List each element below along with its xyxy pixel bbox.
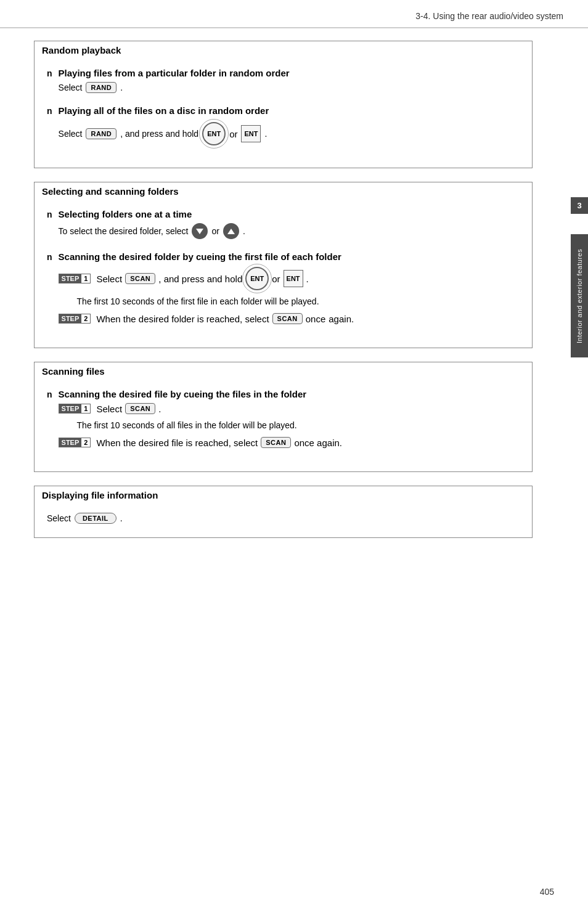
bullet-select-one-content: Selecting folders one at a time To selec… bbox=[59, 209, 520, 243]
scan-button-1[interactable]: SCAN bbox=[125, 273, 155, 284]
step2-when-text: When the desired folder is reached, sele… bbox=[96, 314, 269, 324]
section-scanning-files-content: n Scanning the desired file by cueing th… bbox=[35, 380, 532, 471]
ent-circle-1[interactable]: ENT bbox=[202, 122, 226, 145]
step-badge-sf1: STEP 1 bbox=[59, 404, 91, 414]
nav-up-button[interactable] bbox=[223, 223, 239, 239]
rand-button-1[interactable]: RAND bbox=[86, 82, 116, 93]
section-displaying-info-title: Displaying file information bbox=[35, 486, 532, 504]
step-num-sf2: 2 bbox=[81, 438, 90, 447]
page-container: 3-4. Using the rear audio/video system 3… bbox=[0, 0, 588, 909]
step-badge-sf2: STEP 2 bbox=[59, 438, 91, 447]
sidebar-tab: Interior and exterior features bbox=[571, 234, 588, 357]
section-selecting-scanning-title: Selecting and scanning folders bbox=[35, 182, 532, 200]
scan-files-note1: The first 10 seconds of all files in the… bbox=[77, 419, 520, 432]
step-label-1: STEP bbox=[59, 274, 82, 283]
section-scanning-files: Scanning files n Scanning the desired fi… bbox=[34, 362, 533, 472]
bullet-random-disc-title: Playing all of the files on a disc in ra… bbox=[59, 105, 520, 116]
period-sf1: . bbox=[158, 404, 161, 414]
section-displaying-info-content: Select DETAIL . bbox=[35, 504, 532, 537]
bullet-random-folder-title: Playing files from a particular folder i… bbox=[59, 68, 520, 78]
sf-step1-select: Select bbox=[96, 404, 122, 414]
step-num-2: 2 bbox=[81, 314, 90, 323]
period-4: . bbox=[306, 274, 309, 284]
desired-folder-text: To select the desired folder, select bbox=[59, 226, 189, 236]
sf-step2-once-again: once again. bbox=[294, 438, 342, 448]
step-num-sf1: 1 bbox=[81, 404, 90, 413]
ent-circle-label-1: ENT bbox=[207, 130, 221, 137]
chevron-up-icon bbox=[227, 229, 235, 234]
bullet-marker-5: n bbox=[47, 389, 52, 399]
step-label-sf1: STEP bbox=[59, 404, 82, 413]
step1-and-press: , and press and hold bbox=[158, 274, 242, 284]
bullet-random-folder: n Playing files from a particular folder… bbox=[47, 68, 520, 97]
period-1: . bbox=[120, 83, 123, 92]
ent-square-1[interactable]: ENT bbox=[241, 125, 261, 142]
step1-select-text: Select bbox=[96, 274, 122, 284]
section-scanning-files-title: Scanning files bbox=[35, 362, 532, 380]
section-random-playback-title: Random playback bbox=[35, 41, 532, 59]
detail-button[interactable]: DETAIL bbox=[75, 513, 116, 524]
bullet-random-disc: n Playing all of the files on a disc in … bbox=[47, 105, 520, 149]
bullet-random-disc-content: Playing all of the files on a disc in ra… bbox=[59, 105, 520, 149]
random-folder-instruction: Select RAND . bbox=[59, 82, 520, 93]
or-text-3: or bbox=[272, 274, 280, 284]
ent-circle-2[interactable]: ENT bbox=[245, 267, 269, 290]
header-title: 3-4. Using the rear audio/video system bbox=[415, 11, 563, 21]
sidebar-label: Interior and exterior features bbox=[576, 248, 583, 343]
scan-folder-step2: STEP 2 When the desired folder is reache… bbox=[59, 313, 520, 324]
section-random-playback: Random playback n Playing files from a p… bbox=[34, 41, 533, 168]
bullet-marker-4: n bbox=[47, 252, 52, 262]
step-label-sf2: STEP bbox=[59, 438, 82, 447]
bullet-scan-files-content: Scanning the desired file by cueing the … bbox=[59, 389, 520, 453]
section-displaying-info: Displaying file information Select DETAI… bbox=[34, 486, 533, 538]
ent-square-2[interactable]: ENT bbox=[284, 270, 303, 287]
or-text-1: or bbox=[229, 129, 237, 139]
select-text-2: Select bbox=[59, 129, 83, 139]
select-text-detail: Select bbox=[47, 513, 71, 523]
bullet-marker-1: n bbox=[47, 68, 52, 78]
scan-button-2[interactable]: SCAN bbox=[272, 313, 303, 324]
displaying-info-instruction: Select DETAIL . bbox=[47, 513, 520, 524]
or-text-2: or bbox=[211, 226, 219, 236]
bullet-random-folder-content: Playing files from a particular folder i… bbox=[59, 68, 520, 97]
nav-down-button[interactable] bbox=[192, 223, 208, 239]
period-3: . bbox=[243, 226, 245, 236]
step-num-1: 1 bbox=[81, 274, 90, 283]
bullet-scan-folder-content: Scanning the desired folder by cueing th… bbox=[59, 251, 520, 329]
select-one-instruction: To select the desired folder, select or … bbox=[59, 223, 520, 239]
step2-once-again: once bbox=[306, 314, 326, 324]
section-number-badge: 3 bbox=[571, 197, 588, 214]
section-selecting-scanning-content: n Selecting folders one at a time To sel… bbox=[35, 200, 532, 348]
period-detail: . bbox=[120, 513, 123, 523]
scan-folder-step1: STEP 1 Select SCAN , and press and hold … bbox=[59, 267, 520, 290]
scan-files-step2: STEP 2 When the desired file is reached,… bbox=[59, 437, 520, 448]
random-disc-instruction: Select RAND , and press and hold ENT or … bbox=[59, 122, 520, 145]
scan-files-step1: STEP 1 Select SCAN . bbox=[59, 403, 520, 414]
period-2: . bbox=[264, 129, 267, 139]
step-badge-1: STEP 1 bbox=[59, 274, 91, 283]
sf-step2-when: When the desired file is reached, select bbox=[96, 438, 258, 448]
chevron-down-icon bbox=[196, 229, 203, 234]
scan-folder-note1: The first 10 seconds of the first file i… bbox=[77, 295, 520, 308]
rand-button-2[interactable]: RAND bbox=[86, 128, 116, 139]
section-random-playback-content: n Playing files from a particular folder… bbox=[35, 59, 532, 168]
bullet-select-one-title: Selecting folders one at a time bbox=[59, 209, 520, 219]
step2-again: again. bbox=[329, 314, 354, 324]
bullet-scan-files-title: Scanning the desired file by cueing the … bbox=[59, 389, 520, 399]
main-content: Random playback n Playing files from a p… bbox=[0, 28, 570, 576]
page-number: 405 bbox=[540, 887, 554, 897]
bullet-scan-folder-title: Scanning the desired folder by cueing th… bbox=[59, 251, 520, 262]
bullet-marker-3: n bbox=[47, 210, 52, 219]
bullet-marker-2: n bbox=[47, 106, 52, 116]
scan-button-sf1[interactable]: SCAN bbox=[125, 403, 155, 414]
step-label-2: STEP bbox=[59, 314, 82, 323]
bullet-select-one: n Selecting folders one at a time To sel… bbox=[47, 209, 520, 243]
section-selecting-scanning: Selecting and scanning folders n Selecti… bbox=[34, 182, 533, 348]
ent-circle-label-2: ENT bbox=[250, 275, 264, 282]
scan-button-sf2[interactable]: SCAN bbox=[261, 437, 291, 448]
page-header: 3-4. Using the rear audio/video system bbox=[0, 0, 588, 28]
bullet-scan-files: n Scanning the desired file by cueing th… bbox=[47, 389, 520, 453]
page-footer: 405 bbox=[540, 887, 554, 897]
section-number: 3 bbox=[577, 201, 581, 210]
step-badge-2: STEP 2 bbox=[59, 314, 91, 324]
